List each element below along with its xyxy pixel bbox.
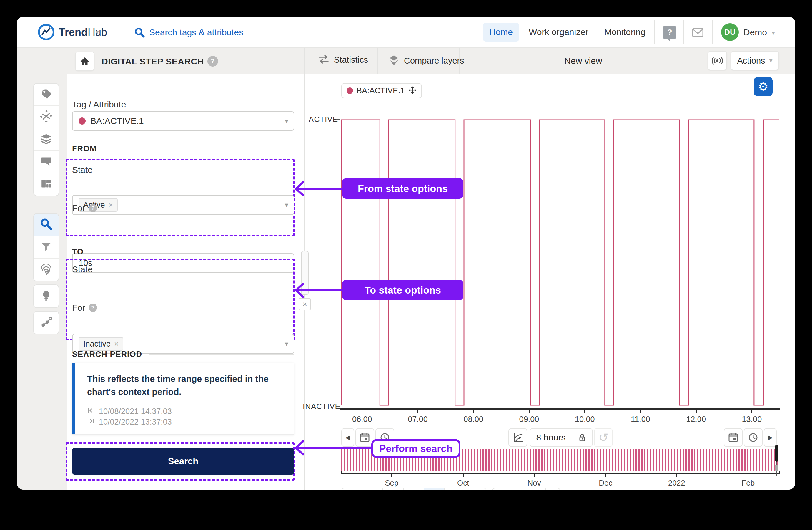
search-period-info: This reflects the time range specified i…: [72, 363, 294, 435]
help-icon[interactable]: ?: [663, 26, 676, 39]
to-state-chip[interactable]: Inactive×: [78, 337, 123, 351]
x-axis-tick: [584, 409, 585, 414]
range-button-1y[interactable]: 1Y: [445, 488, 465, 490]
sidebar-item-connections[interactable]: [34, 311, 59, 334]
range-button-3m[interactable]: 3M: [404, 488, 424, 490]
sidebar-item-lightbulb[interactable]: [34, 285, 59, 307]
overview-tick: [605, 473, 606, 477]
clock-button[interactable]: [744, 428, 763, 447]
x-axis-tick-label: 08:00: [459, 415, 488, 424]
sidebar-item-comment[interactable]: [34, 151, 59, 173]
compare-layers-button[interactable]: Compare layers: [388, 54, 464, 67]
view-toolbar: DIGITAL STEP SEARCH ? Statistics Compare…: [17, 48, 795, 74]
pan-right-button[interactable]: ▶: [764, 428, 777, 447]
mail-icon[interactable]: [691, 26, 705, 40]
x-axis-tick: [640, 409, 641, 414]
pan-left-button[interactable]: ◀: [341, 428, 354, 447]
actions-button[interactable]: Actions ▾: [730, 51, 779, 70]
overview-tick-label: Sep: [377, 478, 406, 488]
to-state-annotation-box: [66, 259, 295, 340]
lightbulb-icon: [40, 290, 52, 303]
x-axis-tick-label: 06:00: [347, 415, 377, 424]
sidebar-item-search[interactable]: [34, 214, 59, 236]
move-icon[interactable]: [408, 86, 417, 95]
series-color-dot: [78, 117, 86, 125]
legend-chip[interactable]: BA:ACTIVE.1: [341, 83, 422, 98]
search-period-header: SEARCH PERIOD: [72, 350, 294, 359]
period-end-row: 10/02/2022 13:37:03: [87, 417, 172, 427]
range-button-1d[interactable]: 1D: [342, 488, 362, 490]
digital-step-plot[interactable]: [340, 118, 780, 407]
for-help-icon[interactable]: ?: [89, 204, 97, 212]
overview-tick: [748, 473, 749, 477]
sidebar-item-tag[interactable]: [34, 84, 59, 106]
custom-range-group: CUSTOM▴: [492, 488, 561, 490]
window-duration-value[interactable]: 8 hours: [530, 433, 571, 443]
range-button-group: 1D1W1M3M6M1YALL: [341, 488, 487, 490]
lock-icon[interactable]: [571, 429, 592, 446]
nav-item-monitoring[interactable]: Monitoring: [598, 23, 652, 42]
overview-tick-label: 2022: [662, 478, 691, 488]
statistics-button[interactable]: Statistics: [317, 54, 368, 65]
sidebar-item-formula[interactable]: [34, 106, 59, 128]
range-button-1w[interactable]: 1W: [362, 488, 383, 490]
sidebar-group: [33, 213, 59, 281]
avatar[interactable]: DU: [721, 23, 739, 41]
trendhub-logo-icon[interactable]: [38, 23, 55, 42]
live-mode-button[interactable]: [708, 51, 727, 70]
range-start-icon: [87, 407, 95, 416]
chip-remove-icon[interactable]: ×: [108, 200, 113, 210]
collapse-panel-close-icon[interactable]: ×: [299, 298, 311, 310]
sidebar-item-fingerprint[interactable]: [34, 259, 59, 281]
sidebar-rail: [17, 48, 67, 490]
from-state-label: State: [72, 165, 93, 175]
nav-item-work-organizer[interactable]: Work organizer: [522, 23, 595, 42]
search-input[interactable]: Search tags & attributes: [149, 27, 243, 38]
topbar-divider: [654, 20, 655, 44]
sidebar-item-layers[interactable]: [34, 128, 59, 151]
brand-chevron-down-icon[interactable]: ▾: [96, 29, 99, 36]
sidebar-item-dashboard[interactable]: [34, 173, 59, 196]
help-icon-tail: [667, 38, 672, 41]
overview-tick-label: Feb: [734, 478, 763, 488]
from-for-label: For?: [72, 203, 97, 213]
actions-chevron-down-icon: ▾: [769, 57, 772, 65]
user-chevron-down-icon[interactable]: ▾: [772, 29, 775, 37]
search-icon[interactable]: [134, 27, 146, 40]
connections-icon: [40, 316, 53, 330]
x-axis-tick: [751, 409, 752, 414]
minimap-handle-grip[interactable]: [774, 465, 779, 471]
window-duration-box[interactable]: 8 hours: [530, 428, 593, 447]
minimap-handle[interactable]: [774, 445, 779, 462]
view-title-tab[interactable]: New view: [459, 56, 708, 66]
title-help-icon[interactable]: ?: [207, 56, 218, 67]
overview-tick: [676, 473, 677, 477]
to-callout-arrowhead: [294, 283, 305, 298]
sidebar-group: [33, 284, 59, 308]
top-nav: HomeWork organizerMonitoring: [483, 23, 652, 42]
topbar-divider: [124, 20, 124, 44]
x-axis-tick-label: 12:00: [681, 415, 711, 424]
digital-step-search-panel: Tag / Attribute BA:ACTIVE.1 ▾ FROM State…: [67, 74, 305, 490]
user-menu[interactable]: Demo: [743, 27, 767, 38]
from-state-select[interactable]: Active× ▾: [72, 195, 294, 215]
tag-attribute-select[interactable]: BA:ACTIVE.1 ▾: [72, 111, 294, 131]
topbar-divider: [712, 20, 713, 44]
from-callout-arrowhead: [294, 181, 305, 196]
nav-item-home[interactable]: Home: [483, 23, 519, 42]
history-button[interactable]: ↺: [594, 428, 613, 447]
home-view-button[interactable]: [75, 52, 95, 71]
chip-remove-icon[interactable]: ×: [114, 339, 119, 349]
search-button[interactable]: Search: [72, 448, 294, 475]
chart-type-button[interactable]: [508, 428, 527, 447]
range-button-1m[interactable]: 1M: [383, 488, 404, 490]
sidebar-item-filter[interactable]: [34, 236, 59, 259]
fit-range-button[interactable]: [545, 488, 560, 490]
history-icon: ↺: [598, 432, 608, 444]
calendar-button[interactable]: [724, 428, 742, 447]
y-tick: [336, 118, 340, 120]
range-button-6m[interactable]: 6M: [424, 488, 445, 490]
for-help-icon[interactable]: ?: [89, 304, 97, 312]
range-button-all[interactable]: ALL: [465, 488, 486, 490]
chart-settings-button[interactable]: ⚙: [754, 77, 772, 96]
